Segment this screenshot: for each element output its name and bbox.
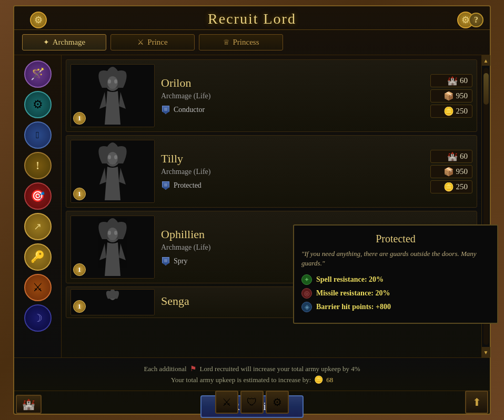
spell-resist-text: Spell resistance: 20% [316,275,384,284]
level-badge-senga: 1 [73,300,86,313]
tab-archmage[interactable]: ✦ Archmage [22,34,106,50]
sidebar-btn-compass[interactable]: ⚙ [24,91,52,118]
info-line-1: Each additional ⚑ Lord recruited will in… [25,364,479,373]
coin-icon-tilly: 🪙 [443,182,454,192]
tab-princess[interactable]: ♕ Princess [199,34,283,50]
scroll-thumb[interactable] [483,73,489,105]
crown-icon-tilly: 🏰 [447,151,458,161]
tab-prince[interactable]: ⚔ Prince [110,34,195,50]
svg-point-10 [108,231,111,235]
crown-value-orilon: 60 [460,76,468,85]
cost-crown-tilly: 🏰 60 [430,150,472,163]
candidate-row-orilon[interactable]: 1 Orilon Archmage (Life) Conductor 🏰 [66,59,477,132]
barrier-hp-text: Barrier hit points: +800 [316,303,391,311]
chest-value-tilly: 950 [456,167,468,176]
bottom-right-nav[interactable]: ⬆ [465,391,488,414]
coin-value-tilly: 250 [456,182,468,191]
gear-icon-left: ⚙ [30,12,47,28]
scroll-down-arrow[interactable]: ▼ [482,347,490,357]
svg-point-6 [108,155,111,159]
spell-resist-icon: ✦ [301,274,312,285]
sidebar-btn-arrow[interactable]: ↗ [24,213,52,240]
window-title: Recruit Lord [14,11,490,27]
missile-resist-text: Missile resistance: 20% [316,289,390,298]
nav-icon-2[interactable]: 🛡 [240,391,264,414]
cost-chest-tilly: 📦 950 [430,165,472,178]
crown-icon-orilon: 🏰 [447,76,458,86]
trait-label-ophillien: Spry [174,257,187,265]
info-orilon: Orilon Archmage (Life) Conductor [155,76,430,115]
sidebar-btn-key[interactable]: 🔑 [24,243,52,271]
main-panel: ⚙ Recruit Lord ⚙ ? ✦ Archmage ⚔ Prince ♕… [13,5,491,415]
upkeep-coin-icon: 🪙 [314,375,323,384]
nav-icon-3[interactable]: ⚙ [266,391,289,414]
crown-value-tilly: 60 [460,152,468,161]
tab-label-archmage: Archmage [53,38,85,47]
info-tilly: Tilly Archmage (Life) Protected [155,152,430,191]
svg-point-7 [114,155,117,159]
class-orilon: Archmage (Life) [161,92,424,100]
costs-orilon: 🏰 60 📦 950 🪙 250 [430,74,472,118]
name-tilly: Tilly [161,152,424,166]
chest-icon-tilly: 📦 [443,167,454,177]
tooltip-quote: "If you need anything, there are guards … [301,249,490,268]
nav-icon-1[interactable]: ⚔ [215,391,238,414]
portrait-ophillien: 1 [70,216,155,279]
chest-icon-orilon: 📦 [443,91,454,101]
castle-icon: 🏰 [22,398,35,411]
tab-bar: ✦ Archmage ⚔ Prince ♕ Princess [14,30,490,55]
info-suffix: Lord recruited will increase your total … [200,365,360,373]
trait-shield-icon-orilon [161,105,170,115]
name-orilon: Orilon [161,76,424,90]
trait-label-tilly: Protected [174,181,201,190]
sidebar-btn-target[interactable]: 🎯 [24,182,52,210]
coin-value-orilon: 250 [456,107,468,116]
help-button[interactable]: ? [469,13,483,27]
cost-coin-tilly: 🪙 250 [430,180,472,193]
info-line-2: Your total army upkeep is estimated to i… [25,375,479,384]
sidebar-btn-moon[interactable]: ☽ [24,304,52,332]
tooltip-stat-barrier: ◈ Barrier hit points: +800 [301,302,490,312]
tab-icon-prince: ⚔ [137,38,144,47]
level-badge-orilon: 1 [73,112,86,125]
tab-icon-archmage: ✦ [43,38,49,47]
bottom-left-nav[interactable]: 🏰 [16,395,42,414]
trait-tilly: Protected [161,180,424,191]
cost-chest-orilon: 📦 950 [430,89,472,103]
bottom-info: Each additional ⚑ Lord recruited will in… [14,357,490,391]
coin-icon-orilon: 🪙 [443,106,454,116]
tooltip-stat-spell: ✦ Spell resistance: 20% [301,274,490,285]
sidebar-btn-feather[interactable]: 𓆸 [24,121,52,149]
portrait-tilly: 1 [70,140,155,203]
svg-point-11 [114,231,117,235]
upkeep-icon: ⚑ [190,364,197,373]
tooltip-title: Protected [301,233,490,245]
sidebar: 🪄 ⚙ 𓆸 ! 🎯 ↗ 🔑 ⚔ ☽ [14,55,62,357]
cost-coin-orilon: 🪙 250 [430,105,472,118]
bottom-nav-bar: ⚔ 🛡 ⚙ [215,391,289,414]
barrier-hp-icon: ◈ [301,302,312,312]
upkeep-value: 68 [326,376,333,384]
upkeep-prefix: Your total army upkeep is estimated to i… [171,376,311,384]
svg-point-2 [108,79,111,84]
svg-point-3 [114,79,117,84]
title-bar: ⚙ Recruit Lord ⚙ [14,6,490,30]
portrait-orilon: 1 [70,64,155,127]
tab-label-prince: Prince [147,38,167,47]
scroll-up-arrow[interactable]: ▲ [482,55,490,66]
chest-value-orilon: 950 [456,91,468,100]
class-tilly: Archmage (Life) [161,168,424,176]
trait-orilon: Conductor [161,105,424,115]
cost-crown-orilon: 🏰 60 [430,74,472,87]
level-badge-tilly: 1 [73,188,86,200]
tooltip-protected: Protected "If you need anything, there a… [293,224,498,324]
sidebar-btn-sword[interactable]: ⚔ [24,274,52,301]
trait-label-orilon: Conductor [174,106,205,114]
sidebar-btn-wand[interactable]: 🪄 [24,60,52,88]
candidate-row-tilly[interactable]: 1 Tilly Archmage (Life) Protected 🏰 [66,135,477,208]
tab-label-princess: Princess [233,38,259,47]
level-badge-ophillien: 1 [73,263,86,276]
sidebar-btn-exclaim[interactable]: ! [24,152,52,179]
upload-icon: ⬆ [472,396,481,408]
title-decoration-left: ⚙ [30,12,47,28]
